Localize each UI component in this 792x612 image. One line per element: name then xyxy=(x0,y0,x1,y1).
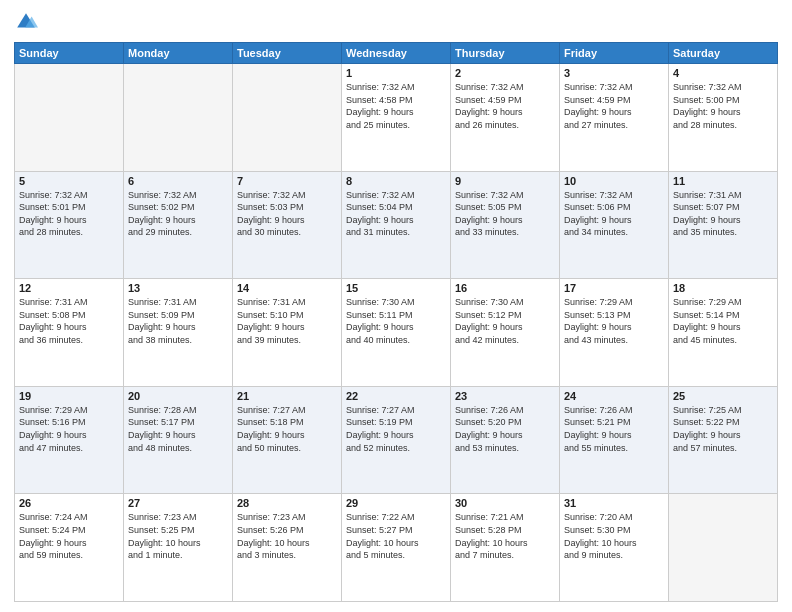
day-info: Sunrise: 7:26 AM Sunset: 5:20 PM Dayligh… xyxy=(455,404,555,454)
day-info: Sunrise: 7:29 AM Sunset: 5:13 PM Dayligh… xyxy=(564,296,664,346)
calendar-cell: 4Sunrise: 7:32 AM Sunset: 5:00 PM Daylig… xyxy=(669,64,778,172)
calendar-cell xyxy=(124,64,233,172)
calendar-cell: 19Sunrise: 7:29 AM Sunset: 5:16 PM Dayli… xyxy=(15,386,124,494)
day-number: 1 xyxy=(346,67,446,79)
day-number: 30 xyxy=(455,497,555,509)
calendar-cell: 2Sunrise: 7:32 AM Sunset: 4:59 PM Daylig… xyxy=(451,64,560,172)
weekday-header-tuesday: Tuesday xyxy=(233,43,342,64)
day-number: 4 xyxy=(673,67,773,79)
calendar-cell: 3Sunrise: 7:32 AM Sunset: 4:59 PM Daylig… xyxy=(560,64,669,172)
day-info: Sunrise: 7:32 AM Sunset: 5:00 PM Dayligh… xyxy=(673,81,773,131)
calendar-cell: 1Sunrise: 7:32 AM Sunset: 4:58 PM Daylig… xyxy=(342,64,451,172)
calendar-cell: 23Sunrise: 7:26 AM Sunset: 5:20 PM Dayli… xyxy=(451,386,560,494)
day-number: 22 xyxy=(346,390,446,402)
day-info: Sunrise: 7:30 AM Sunset: 5:11 PM Dayligh… xyxy=(346,296,446,346)
day-number: 16 xyxy=(455,282,555,294)
day-number: 5 xyxy=(19,175,119,187)
day-info: Sunrise: 7:29 AM Sunset: 5:16 PM Dayligh… xyxy=(19,404,119,454)
weekday-header-sunday: Sunday xyxy=(15,43,124,64)
calendar-cell: 5Sunrise: 7:32 AM Sunset: 5:01 PM Daylig… xyxy=(15,171,124,279)
day-info: Sunrise: 7:32 AM Sunset: 4:59 PM Dayligh… xyxy=(455,81,555,131)
week-row-1: 5Sunrise: 7:32 AM Sunset: 5:01 PM Daylig… xyxy=(15,171,778,279)
page: SundayMondayTuesdayWednesdayThursdayFrid… xyxy=(0,0,792,612)
day-info: Sunrise: 7:23 AM Sunset: 5:25 PM Dayligh… xyxy=(128,511,228,561)
calendar-cell: 21Sunrise: 7:27 AM Sunset: 5:18 PM Dayli… xyxy=(233,386,342,494)
calendar-cell: 26Sunrise: 7:24 AM Sunset: 5:24 PM Dayli… xyxy=(15,494,124,602)
logo-icon xyxy=(14,10,38,34)
calendar-cell: 27Sunrise: 7:23 AM Sunset: 5:25 PM Dayli… xyxy=(124,494,233,602)
calendar-cell: 12Sunrise: 7:31 AM Sunset: 5:08 PM Dayli… xyxy=(15,279,124,387)
day-info: Sunrise: 7:32 AM Sunset: 4:58 PM Dayligh… xyxy=(346,81,446,131)
calendar-cell: 7Sunrise: 7:32 AM Sunset: 5:03 PM Daylig… xyxy=(233,171,342,279)
calendar-cell: 10Sunrise: 7:32 AM Sunset: 5:06 PM Dayli… xyxy=(560,171,669,279)
day-number: 8 xyxy=(346,175,446,187)
day-info: Sunrise: 7:25 AM Sunset: 5:22 PM Dayligh… xyxy=(673,404,773,454)
calendar-cell: 22Sunrise: 7:27 AM Sunset: 5:19 PM Dayli… xyxy=(342,386,451,494)
day-number: 31 xyxy=(564,497,664,509)
day-info: Sunrise: 7:27 AM Sunset: 5:19 PM Dayligh… xyxy=(346,404,446,454)
calendar-cell: 24Sunrise: 7:26 AM Sunset: 5:21 PM Dayli… xyxy=(560,386,669,494)
day-number: 26 xyxy=(19,497,119,509)
day-info: Sunrise: 7:27 AM Sunset: 5:18 PM Dayligh… xyxy=(237,404,337,454)
calendar-cell: 15Sunrise: 7:30 AM Sunset: 5:11 PM Dayli… xyxy=(342,279,451,387)
day-number: 19 xyxy=(19,390,119,402)
day-info: Sunrise: 7:32 AM Sunset: 5:03 PM Dayligh… xyxy=(237,189,337,239)
calendar-cell: 6Sunrise: 7:32 AM Sunset: 5:02 PM Daylig… xyxy=(124,171,233,279)
calendar-cell: 17Sunrise: 7:29 AM Sunset: 5:13 PM Dayli… xyxy=(560,279,669,387)
calendar-cell xyxy=(233,64,342,172)
day-number: 10 xyxy=(564,175,664,187)
calendar-cell: 16Sunrise: 7:30 AM Sunset: 5:12 PM Dayli… xyxy=(451,279,560,387)
day-number: 6 xyxy=(128,175,228,187)
calendar-cell xyxy=(669,494,778,602)
day-info: Sunrise: 7:26 AM Sunset: 5:21 PM Dayligh… xyxy=(564,404,664,454)
day-number: 3 xyxy=(564,67,664,79)
day-number: 11 xyxy=(673,175,773,187)
calendar-cell: 11Sunrise: 7:31 AM Sunset: 5:07 PM Dayli… xyxy=(669,171,778,279)
day-info: Sunrise: 7:30 AM Sunset: 5:12 PM Dayligh… xyxy=(455,296,555,346)
calendar-cell: 25Sunrise: 7:25 AM Sunset: 5:22 PM Dayli… xyxy=(669,386,778,494)
day-number: 24 xyxy=(564,390,664,402)
day-info: Sunrise: 7:32 AM Sunset: 4:59 PM Dayligh… xyxy=(564,81,664,131)
day-info: Sunrise: 7:23 AM Sunset: 5:26 PM Dayligh… xyxy=(237,511,337,561)
day-number: 13 xyxy=(128,282,228,294)
day-info: Sunrise: 7:32 AM Sunset: 5:05 PM Dayligh… xyxy=(455,189,555,239)
day-info: Sunrise: 7:20 AM Sunset: 5:30 PM Dayligh… xyxy=(564,511,664,561)
day-info: Sunrise: 7:31 AM Sunset: 5:09 PM Dayligh… xyxy=(128,296,228,346)
calendar-table: SundayMondayTuesdayWednesdayThursdayFrid… xyxy=(14,42,778,602)
day-number: 17 xyxy=(564,282,664,294)
week-row-0: 1Sunrise: 7:32 AM Sunset: 4:58 PM Daylig… xyxy=(15,64,778,172)
weekday-header-friday: Friday xyxy=(560,43,669,64)
day-info: Sunrise: 7:32 AM Sunset: 5:01 PM Dayligh… xyxy=(19,189,119,239)
day-info: Sunrise: 7:22 AM Sunset: 5:27 PM Dayligh… xyxy=(346,511,446,561)
calendar-cell: 18Sunrise: 7:29 AM Sunset: 5:14 PM Dayli… xyxy=(669,279,778,387)
calendar-cell: 31Sunrise: 7:20 AM Sunset: 5:30 PM Dayli… xyxy=(560,494,669,602)
day-number: 27 xyxy=(128,497,228,509)
logo xyxy=(14,10,42,34)
calendar-cell: 28Sunrise: 7:23 AM Sunset: 5:26 PM Dayli… xyxy=(233,494,342,602)
weekday-header-thursday: Thursday xyxy=(451,43,560,64)
week-row-3: 19Sunrise: 7:29 AM Sunset: 5:16 PM Dayli… xyxy=(15,386,778,494)
day-number: 15 xyxy=(346,282,446,294)
day-number: 23 xyxy=(455,390,555,402)
calendar-cell: 13Sunrise: 7:31 AM Sunset: 5:09 PM Dayli… xyxy=(124,279,233,387)
day-number: 28 xyxy=(237,497,337,509)
calendar-cell: 30Sunrise: 7:21 AM Sunset: 5:28 PM Dayli… xyxy=(451,494,560,602)
calendar-cell: 29Sunrise: 7:22 AM Sunset: 5:27 PM Dayli… xyxy=(342,494,451,602)
calendar-cell: 9Sunrise: 7:32 AM Sunset: 5:05 PM Daylig… xyxy=(451,171,560,279)
calendar-cell: 14Sunrise: 7:31 AM Sunset: 5:10 PM Dayli… xyxy=(233,279,342,387)
day-info: Sunrise: 7:31 AM Sunset: 5:08 PM Dayligh… xyxy=(19,296,119,346)
weekday-header-saturday: Saturday xyxy=(669,43,778,64)
header xyxy=(14,10,778,34)
day-info: Sunrise: 7:32 AM Sunset: 5:04 PM Dayligh… xyxy=(346,189,446,239)
day-number: 14 xyxy=(237,282,337,294)
weekday-header-monday: Monday xyxy=(124,43,233,64)
calendar-cell: 8Sunrise: 7:32 AM Sunset: 5:04 PM Daylig… xyxy=(342,171,451,279)
week-row-4: 26Sunrise: 7:24 AM Sunset: 5:24 PM Dayli… xyxy=(15,494,778,602)
day-number: 29 xyxy=(346,497,446,509)
day-info: Sunrise: 7:31 AM Sunset: 5:10 PM Dayligh… xyxy=(237,296,337,346)
day-number: 7 xyxy=(237,175,337,187)
day-info: Sunrise: 7:28 AM Sunset: 5:17 PM Dayligh… xyxy=(128,404,228,454)
day-number: 20 xyxy=(128,390,228,402)
day-number: 25 xyxy=(673,390,773,402)
day-number: 9 xyxy=(455,175,555,187)
